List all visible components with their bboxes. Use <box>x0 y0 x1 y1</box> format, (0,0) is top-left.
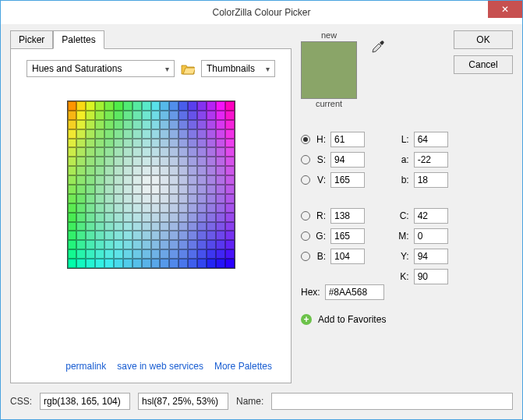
swatch-cell[interactable] <box>216 203 225 213</box>
swatch-cell[interactable] <box>104 203 114 213</box>
swatch-cell[interactable] <box>142 249 151 259</box>
swatch-cell[interactable] <box>68 139 77 148</box>
swatch-cell[interactable] <box>123 157 133 166</box>
swatch-cell[interactable] <box>76 175 86 185</box>
swatch-cell[interactable] <box>225 259 235 268</box>
tab-picker[interactable]: Picker <box>10 30 53 49</box>
swatch-cell[interactable] <box>225 175 235 185</box>
swatch-cell[interactable] <box>76 101 86 111</box>
swatch-cell[interactable] <box>207 120 216 129</box>
swatch-cell[interactable] <box>207 129 216 139</box>
swatch-cell[interactable] <box>178 111 188 120</box>
swatch-cell[interactable] <box>225 240 235 249</box>
swatch-cell[interactable] <box>178 147 188 157</box>
swatch-cell[interactable] <box>133 231 142 240</box>
swatch-cell[interactable] <box>133 185 142 194</box>
swatch-cell[interactable] <box>68 222 77 231</box>
swatch-cell[interactable] <box>225 194 235 203</box>
swatch-cell[interactable] <box>86 175 95 185</box>
swatch-cell[interactable] <box>76 240 86 249</box>
swatch-cell[interactable] <box>160 101 169 111</box>
input-s[interactable] <box>330 152 365 168</box>
swatch-cell[interactable] <box>123 222 133 231</box>
swatch-cell[interactable] <box>216 157 225 166</box>
swatch-cell[interactable] <box>197 111 207 120</box>
swatch-cell[interactable] <box>216 166 225 175</box>
swatch-cell[interactable] <box>142 175 151 185</box>
swatch-cell[interactable] <box>160 129 169 139</box>
swatch-cell[interactable] <box>197 101 207 111</box>
cancel-button[interactable]: Cancel <box>454 55 513 74</box>
tab-palettes[interactable]: Palettes <box>53 30 104 49</box>
swatch-cell[interactable] <box>160 240 169 249</box>
swatch-cell[interactable] <box>76 166 86 175</box>
input-k[interactable] <box>414 269 448 284</box>
swatch-cell[interactable] <box>216 175 225 185</box>
swatch-cell[interactable] <box>68 213 77 222</box>
swatch-cell[interactable] <box>151 259 161 268</box>
swatch-cell[interactable] <box>68 166 77 175</box>
swatch-cell[interactable] <box>142 240 151 249</box>
swatch-cell[interactable] <box>123 240 133 249</box>
swatch-cell[interactable] <box>68 147 77 157</box>
swatch-cell[interactable] <box>142 129 151 139</box>
swatch-cell[interactable] <box>95 194 104 203</box>
swatch-cell[interactable] <box>178 157 188 166</box>
swatch-cell[interactable] <box>95 101 104 111</box>
swatch-cell[interactable] <box>169 166 178 175</box>
swatch-cell[interactable] <box>188 101 197 111</box>
swatch-cell[interactable] <box>76 139 86 148</box>
swatch-cell[interactable] <box>178 203 188 213</box>
swatch-cell[interactable] <box>151 203 161 213</box>
swatch-cell[interactable] <box>86 111 95 120</box>
swatch-cell[interactable] <box>151 101 161 111</box>
swatch-cell[interactable] <box>76 185 86 194</box>
input-l[interactable] <box>414 132 448 147</box>
swatch-cell[interactable] <box>142 120 151 129</box>
folder-icon[interactable] <box>181 63 195 75</box>
swatch-cell[interactable] <box>216 101 225 111</box>
palette-dropdown[interactable]: Hues and Saturations ▾ <box>27 60 175 77</box>
swatch-cell[interactable] <box>133 147 142 157</box>
radio-s[interactable] <box>301 155 310 164</box>
swatch-cell[interactable] <box>178 194 188 203</box>
swatch-cell[interactable] <box>133 203 142 213</box>
swatch-cell[interactable] <box>86 222 95 231</box>
swatch-cell[interactable] <box>133 249 142 259</box>
input-v[interactable] <box>330 172 365 188</box>
swatch-cell[interactable] <box>114 101 123 111</box>
swatch-cell[interactable] <box>114 111 123 120</box>
swatch-cell[interactable] <box>197 129 207 139</box>
swatch-cell[interactable] <box>76 194 86 203</box>
swatch-cell[interactable] <box>169 249 178 259</box>
swatch-cell[interactable] <box>188 129 197 139</box>
swatch-cell[interactable] <box>133 139 142 148</box>
swatch-cell[interactable] <box>142 139 151 148</box>
swatch-cell[interactable] <box>95 259 104 268</box>
swatch-cell[interactable] <box>114 147 123 157</box>
swatch-cell[interactable] <box>225 157 235 166</box>
swatch-cell[interactable] <box>207 147 216 157</box>
swatch-cell[interactable] <box>216 111 225 120</box>
swatch-cell[interactable] <box>104 157 114 166</box>
swatch-cell[interactable] <box>178 175 188 185</box>
swatch-cell[interactable] <box>104 139 114 148</box>
swatch-cell[interactable] <box>169 101 178 111</box>
swatch-cell[interactable] <box>68 129 77 139</box>
swatch-cell[interactable] <box>95 203 104 213</box>
swatch-cell[interactable] <box>104 222 114 231</box>
swatch-cell[interactable] <box>114 129 123 139</box>
swatch-cell[interactable] <box>151 120 161 129</box>
swatch-cell[interactable] <box>188 120 197 129</box>
swatch-cell[interactable] <box>76 213 86 222</box>
swatch-cell[interactable] <box>207 231 216 240</box>
radio-v[interactable] <box>301 175 310 185</box>
swatch-cell[interactable] <box>178 129 188 139</box>
swatch-cell[interactable] <box>114 157 123 166</box>
swatch-cell[interactable] <box>197 139 207 148</box>
swatch-cell[interactable] <box>169 240 178 249</box>
swatch-cell[interactable] <box>76 222 86 231</box>
swatch-cell[interactable] <box>151 139 161 148</box>
swatch-cell[interactable] <box>142 194 151 203</box>
swatch-cell[interactable] <box>95 120 104 129</box>
